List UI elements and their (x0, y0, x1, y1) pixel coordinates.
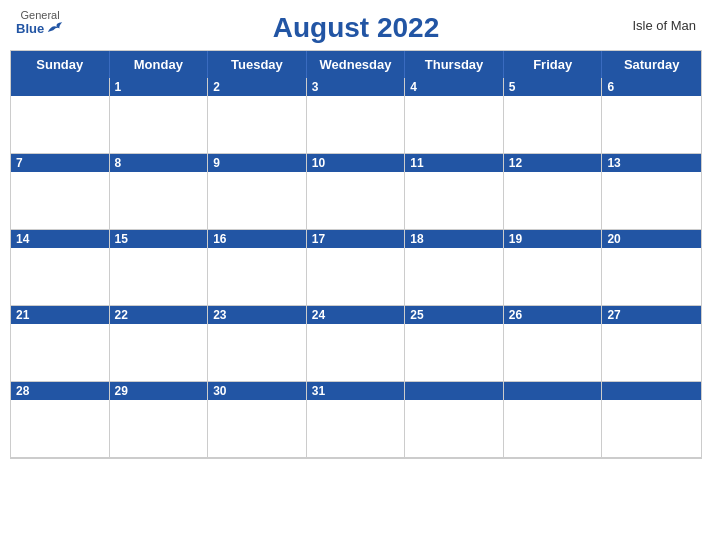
cell-w5-d5 (504, 382, 603, 458)
cell-w1-d4: 4 (405, 78, 504, 154)
date-number: 29 (110, 382, 208, 400)
date-number (405, 382, 503, 400)
week-row-1: 123456 (11, 78, 701, 154)
date-number: 6 (602, 78, 701, 96)
logo-general-text: General (21, 10, 60, 21)
month-title: August 2022 (273, 12, 440, 44)
cell-w5-d0: 28 (11, 382, 110, 458)
cell-w4-d6: 27 (602, 306, 701, 382)
date-number: 28 (11, 382, 109, 400)
date-number: 21 (11, 306, 109, 324)
cell-w5-d3: 31 (307, 382, 406, 458)
date-number: 13 (602, 154, 701, 172)
day-monday: Monday (110, 51, 209, 78)
logo-blue-text: Blue (16, 21, 64, 35)
date-number: 1 (110, 78, 208, 96)
week-row-2: 78910111213 (11, 154, 701, 230)
date-number (11, 78, 109, 96)
day-wednesday: Wednesday (307, 51, 406, 78)
date-number: 30 (208, 382, 306, 400)
date-number: 16 (208, 230, 306, 248)
cell-w2-d5: 12 (504, 154, 603, 230)
cell-w5-d1: 29 (110, 382, 209, 458)
date-number: 23 (208, 306, 306, 324)
cell-w2-d4: 11 (405, 154, 504, 230)
date-number: 15 (110, 230, 208, 248)
week-row-4: 21222324252627 (11, 306, 701, 382)
date-number: 8 (110, 154, 208, 172)
date-number: 31 (307, 382, 405, 400)
date-number: 25 (405, 306, 503, 324)
calendar-body: 1234567891011121314151617181920212223242… (11, 78, 701, 458)
calendar-header: General Blue August 2022 Isle of Man (0, 0, 712, 50)
cell-w4-d5: 26 (504, 306, 603, 382)
cell-w3-d0: 14 (11, 230, 110, 306)
date-number: 9 (208, 154, 306, 172)
cell-w2-d1: 8 (110, 154, 209, 230)
cell-w2-d3: 10 (307, 154, 406, 230)
date-number: 2 (208, 78, 306, 96)
calendar: Sunday Monday Tuesday Wednesday Thursday… (10, 50, 702, 459)
region-label: Isle of Man (632, 18, 696, 33)
date-number: 24 (307, 306, 405, 324)
cell-w4-d0: 21 (11, 306, 110, 382)
day-headers: Sunday Monday Tuesday Wednesday Thursday… (11, 51, 701, 78)
cell-w4-d3: 24 (307, 306, 406, 382)
date-number: 26 (504, 306, 602, 324)
cell-w3-d4: 18 (405, 230, 504, 306)
day-friday: Friday (504, 51, 603, 78)
cell-w3-d3: 17 (307, 230, 406, 306)
cell-w4-d2: 23 (208, 306, 307, 382)
date-number: 18 (405, 230, 503, 248)
cell-w1-d5: 5 (504, 78, 603, 154)
cell-w1-d3: 3 (307, 78, 406, 154)
date-number (602, 382, 701, 400)
cell-w5-d6 (602, 382, 701, 458)
date-number: 3 (307, 78, 405, 96)
day-sunday: Sunday (11, 51, 110, 78)
date-number: 7 (11, 154, 109, 172)
cell-w4-d1: 22 (110, 306, 209, 382)
date-number: 10 (307, 154, 405, 172)
cell-w4-d4: 25 (405, 306, 504, 382)
cell-w5-d2: 30 (208, 382, 307, 458)
cell-w3-d2: 16 (208, 230, 307, 306)
week-row-5: 28293031 (11, 382, 701, 458)
date-number (504, 382, 602, 400)
date-number: 12 (504, 154, 602, 172)
date-number: 14 (11, 230, 109, 248)
logo-bird-icon (46, 21, 64, 35)
date-number: 22 (110, 306, 208, 324)
cell-w3-d1: 15 (110, 230, 209, 306)
day-tuesday: Tuesday (208, 51, 307, 78)
cell-w3-d5: 19 (504, 230, 603, 306)
cell-w2-d2: 9 (208, 154, 307, 230)
cell-w3-d6: 20 (602, 230, 701, 306)
cell-w2-d0: 7 (11, 154, 110, 230)
cell-w1-d2: 2 (208, 78, 307, 154)
cell-w2-d6: 13 (602, 154, 701, 230)
cell-w1-d0 (11, 78, 110, 154)
date-number: 5 (504, 78, 602, 96)
day-thursday: Thursday (405, 51, 504, 78)
date-number: 11 (405, 154, 503, 172)
date-number: 17 (307, 230, 405, 248)
cell-w1-d6: 6 (602, 78, 701, 154)
date-number: 4 (405, 78, 503, 96)
week-row-3: 14151617181920 (11, 230, 701, 306)
date-number: 27 (602, 306, 701, 324)
cell-w5-d4 (405, 382, 504, 458)
logo: General Blue (16, 10, 64, 35)
date-number: 20 (602, 230, 701, 248)
day-saturday: Saturday (602, 51, 701, 78)
date-number: 19 (504, 230, 602, 248)
cell-w1-d1: 1 (110, 78, 209, 154)
